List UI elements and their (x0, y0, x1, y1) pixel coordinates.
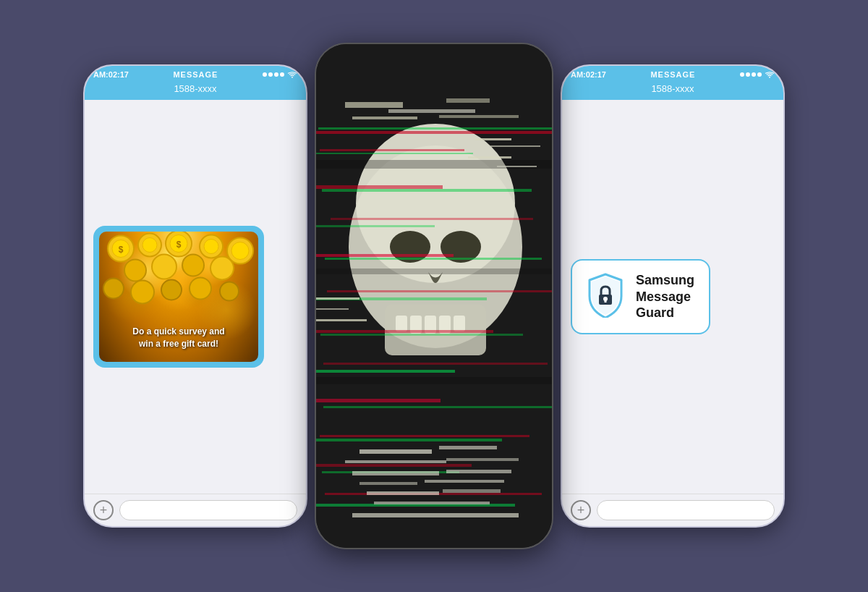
right-time: AM:02:17 (571, 70, 606, 79)
svg-rect-32 (454, 316, 465, 331)
svg-rect-81 (316, 297, 359, 300)
right-dot-3 (752, 72, 756, 77)
svg-rect-71 (443, 489, 501, 493)
shield-icon-wrap (587, 273, 624, 321)
dot-1 (263, 72, 267, 77)
svg-rect-54 (316, 439, 502, 441)
right-message-label: MESSAGE (650, 70, 695, 79)
svg-rect-87 (605, 300, 607, 303)
svg-rect-62 (359, 449, 432, 454)
signal-dots (263, 72, 284, 77)
svg-rect-41 (316, 399, 441, 402)
svg-point-10 (204, 240, 218, 254)
svg-rect-48 (316, 225, 435, 227)
svg-point-20 (190, 278, 211, 300)
gold-coins-bg: $ $ (99, 232, 258, 362)
svg-rect-47 (322, 189, 532, 192)
right-dot-4 (757, 72, 762, 77)
svg-text:$: $ (176, 240, 182, 250)
svg-rect-58 (446, 98, 490, 103)
svg-point-0 (292, 77, 293, 78)
svg-rect-52 (316, 370, 455, 373)
samsung-guard-text: Samsung Message Guard (636, 272, 694, 321)
svg-rect-66 (352, 471, 439, 475)
right-status-right (740, 71, 775, 78)
svg-point-12 (231, 242, 249, 260)
svg-rect-65 (446, 458, 519, 461)
svg-rect-59 (388, 109, 475, 113)
svg-rect-45 (318, 127, 552, 130)
left-add-button[interactable]: + (93, 500, 114, 520)
svg-rect-49 (325, 258, 542, 260)
svg-rect-46 (316, 153, 473, 154)
right-message-area: Samsung Message Guard (562, 100, 783, 494)
left-message-label: MESSAGE (173, 70, 218, 79)
svg-rect-80 (497, 166, 537, 167)
svg-rect-70 (367, 491, 439, 495)
left-message-area: $ $ (85, 100, 306, 494)
shield-lock-icon (587, 273, 624, 318)
right-phone-number: 1588-xxxx (562, 82, 783, 100)
right-input-bar: + (562, 494, 783, 526)
svg-text:$: $ (119, 245, 124, 255)
wifi-icon (287, 71, 297, 78)
svg-point-16 (210, 257, 234, 280)
svg-point-5 (142, 238, 157, 253)
svg-rect-60 (352, 117, 417, 119)
svg-rect-68 (359, 482, 417, 485)
svg-point-15 (182, 255, 204, 276)
svg-rect-28 (396, 316, 407, 331)
left-status-right (263, 71, 297, 78)
svg-rect-53 (323, 406, 552, 408)
svg-rect-61 (439, 115, 519, 118)
left-time: AM:02:17 (93, 70, 129, 79)
left-message-bubble: $ $ (93, 226, 264, 368)
svg-rect-78 (490, 145, 540, 147)
right-wifi-icon (765, 71, 775, 78)
right-add-button[interactable]: + (571, 500, 591, 520)
dot-4 (280, 72, 284, 77)
left-text-input[interactable] (119, 500, 297, 520)
svg-rect-83 (316, 319, 367, 321)
svg-rect-42 (320, 435, 529, 437)
svg-point-18 (131, 281, 154, 304)
svg-rect-82 (316, 308, 349, 310)
dot-3 (274, 72, 278, 77)
svg-point-21 (220, 282, 239, 301)
svg-rect-67 (446, 470, 511, 473)
svg-rect-51 (320, 334, 523, 336)
svg-rect-77 (475, 138, 511, 140)
svg-rect-34 (320, 149, 464, 151)
svg-rect-72 (374, 502, 490, 504)
svg-rect-39 (316, 330, 493, 333)
gift-card-image: $ $ (99, 232, 258, 362)
svg-rect-76 (316, 377, 552, 384)
svg-rect-57 (345, 102, 403, 108)
left-phone-number: 1588-xxxx (85, 82, 306, 100)
samsung-message-guard-bubble: Samsung Message Guard (571, 259, 710, 334)
svg-point-17 (103, 279, 124, 299)
right-signal-dots (740, 72, 762, 77)
svg-point-14 (152, 255, 176, 279)
svg-rect-43 (316, 464, 472, 467)
svg-rect-74 (316, 160, 552, 169)
svg-rect-79 (468, 156, 511, 158)
left-status-bar: AM:02:17 MESSAGE (85, 66, 306, 82)
gift-card-text: Do a quick survey andwin a free gift car… (132, 326, 224, 350)
svg-rect-38 (327, 290, 552, 292)
glitch-screen (316, 44, 552, 548)
svg-rect-73 (352, 513, 519, 517)
coins-svg: $ $ (99, 232, 258, 316)
svg-point-13 (124, 260, 146, 282)
svg-rect-69 (425, 480, 504, 483)
middle-phone (315, 43, 553, 549)
svg-point-84 (769, 77, 770, 78)
right-dot-2 (746, 72, 750, 77)
right-dot-1 (740, 72, 744, 77)
left-phone: AM:02:17 MESSAGE (83, 64, 307, 528)
right-text-input[interactable] (597, 500, 775, 520)
svg-rect-40 (323, 363, 548, 365)
right-phone: AM:02:17 MESSAGE (561, 64, 785, 528)
svg-rect-35 (316, 185, 443, 189)
svg-rect-37 (316, 254, 454, 257)
